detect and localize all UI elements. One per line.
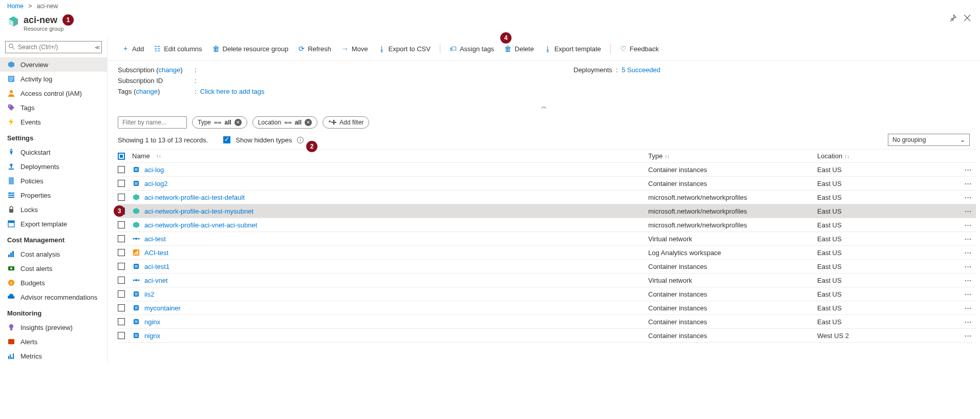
table-row[interactable]: mycontainerContainer instancesEast US···: [118, 301, 976, 315]
table-row[interactable]: nginxContainer instancesEast US···: [118, 315, 976, 329]
row-context-menu-button[interactable]: ···: [961, 263, 976, 270]
table-row[interactable]: ACI-testLog Analytics workspaceEast US··…: [118, 246, 976, 260]
export-csv-button[interactable]: ⭳Export to CSV: [374, 43, 435, 55]
sidebar-item-events[interactable]: Events: [0, 115, 107, 129]
table-row[interactable]: aci-vnetVirtual networkEast US···: [118, 274, 976, 287]
column-header-name[interactable]: Name: [132, 152, 150, 160]
table-row[interactable]: aci-network-profile-aci-vnet-aci-subnetm…: [118, 218, 976, 232]
sidebar-search[interactable]: ≪: [5, 41, 102, 53]
row-context-menu-button[interactable]: ···: [961, 304, 976, 312]
name-filter-input[interactable]: [118, 116, 187, 129]
sidebar-item-cost-alerts[interactable]: Cost alerts: [0, 261, 107, 276]
sidebar-item-locks[interactable]: Locks: [0, 202, 107, 217]
resource-link[interactable]: aci-network-profile-aci-test-mysubnet: [144, 207, 253, 215]
row-context-menu-button[interactable]: ···: [961, 290, 976, 298]
column-header-location[interactable]: Location: [817, 152, 842, 160]
assign-tags-button[interactable]: 🏷Assign tags: [445, 43, 498, 55]
close-icon[interactable]: [964, 14, 971, 24]
column-header-type[interactable]: Type: [648, 152, 663, 160]
sidebar-item-alerts[interactable]: Alerts: [0, 334, 107, 349]
resource-link[interactable]: ACI-test: [144, 249, 168, 257]
sidebar-search-input[interactable]: [18, 44, 95, 51]
resource-link[interactable]: aci-log2: [144, 180, 168, 187]
type-filter-clear-icon[interactable]: ✕: [235, 119, 242, 126]
table-row[interactable]: aci-testVirtual networkEast US···: [118, 232, 976, 246]
row-checkbox[interactable]: [118, 318, 125, 325]
row-context-menu-button[interactable]: ···: [961, 249, 976, 257]
sidebar-item-policies[interactable]: Policies: [0, 174, 107, 188]
row-context-menu-button[interactable]: ···: [961, 332, 976, 340]
sidebar-item-metrics[interactable]: Metrics: [0, 349, 107, 363]
sidebar-item-budgets[interactable]: $Budgets: [0, 276, 107, 290]
sidebar-item-overview[interactable]: Overview: [0, 57, 107, 72]
sidebar-item-quickstart[interactable]: Quickstart: [0, 145, 107, 159]
sidebar-item-deployments[interactable]: Deployments: [0, 159, 107, 174]
resource-link[interactable]: aci-vnet: [144, 277, 168, 284]
edit-columns-button[interactable]: ☷Edit columns: [150, 43, 206, 55]
location-filter-clear-icon[interactable]: ✕: [305, 119, 312, 126]
row-checkbox[interactable]: [118, 249, 125, 256]
location-filter-pill[interactable]: Location == all ✕: [252, 116, 317, 129]
type-filter-pill[interactable]: Type == all ✕: [192, 116, 247, 129]
sidebar-item-properties[interactable]: Properties: [0, 188, 107, 202]
select-all-checkbox[interactable]: [118, 153, 125, 160]
add-tags-link[interactable]: Click here to add tags: [200, 88, 265, 95]
row-checkbox[interactable]: [118, 290, 125, 298]
grouping-select[interactable]: No grouping ⌄: [888, 134, 970, 146]
row-checkbox[interactable]: [118, 180, 125, 187]
refresh-button[interactable]: ⟳Refresh: [294, 43, 335, 55]
tags-change-link[interactable]: change: [136, 88, 158, 95]
sidebar-item-activity-log[interactable]: Activity log: [0, 72, 107, 86]
resource-link[interactable]: mycontainer: [144, 304, 181, 312]
row-context-menu-button[interactable]: ···: [961, 180, 976, 187]
resource-link[interactable]: iis2: [144, 290, 155, 298]
sidebar-item-tags[interactable]: Tags: [0, 100, 107, 115]
resource-link[interactable]: aci-network-profile-aci-vnet-aci-subnet: [144, 221, 257, 229]
resource-link[interactable]: nginx: [144, 318, 160, 326]
resource-link[interactable]: nignx: [144, 332, 160, 340]
info-icon[interactable]: i: [297, 137, 304, 143]
sidebar-item-export-template[interactable]: Export template: [0, 217, 107, 231]
add-filter-button[interactable]: ⁺✢ Add filter: [323, 116, 369, 129]
sidebar-item-advisor-recommendations[interactable]: Advisor recommendations: [0, 290, 107, 304]
table-row[interactable]: aci-test1Container instancesEast US···: [118, 260, 976, 274]
collapse-essentials-button[interactable]: ︽: [108, 101, 980, 111]
row-context-menu-button[interactable]: ···: [961, 166, 976, 174]
move-button[interactable]: →Move: [337, 43, 372, 55]
deployments-link[interactable]: 5 Succeeded: [622, 66, 661, 74]
delete-button[interactable]: 🗑Delete 4: [500, 43, 538, 55]
resource-link[interactable]: aci-log: [144, 166, 164, 174]
sidebar-item-insights-preview-[interactable]: Insights (preview): [0, 320, 107, 334]
table-row[interactable]: nignxContainer instancesWest US 2···: [118, 329, 976, 343]
row-checkbox[interactable]: [118, 277, 125, 284]
subscription-change-link[interactable]: change: [159, 66, 181, 74]
table-row[interactable]: aci-logContainer instancesEast US···: [118, 163, 976, 177]
delete-rg-button[interactable]: 🗑Delete resource group: [208, 43, 293, 55]
row-context-menu-button[interactable]: ···: [961, 235, 976, 243]
resource-link[interactable]: aci-test: [144, 235, 166, 243]
resource-link[interactable]: aci-network-profile-aci-test-default: [144, 194, 245, 201]
row-checkbox[interactable]: [118, 263, 125, 270]
row-checkbox[interactable]: [118, 332, 125, 339]
pin-icon[interactable]: [949, 14, 956, 24]
table-row[interactable]: aci-log2Container instancesEast US···: [118, 177, 976, 191]
add-button[interactable]: ＋Add: [118, 42, 148, 55]
show-hidden-checkbox[interactable]: [223, 136, 230, 143]
row-checkbox[interactable]: [118, 194, 125, 201]
row-checkbox[interactable]: [118, 235, 125, 242]
resource-link[interactable]: aci-test1: [144, 263, 169, 270]
breadcrumb-home[interactable]: Home: [7, 3, 24, 10]
feedback-button[interactable]: ♡Feedback: [616, 43, 663, 55]
row-context-menu-button[interactable]: ···: [961, 318, 976, 326]
search-expand-icon[interactable]: ≪: [95, 45, 100, 50]
sidebar-item-cost-analysis[interactable]: Cost analysis: [0, 247, 107, 261]
sidebar-item-access-control-iam-[interactable]: Access control (IAM): [0, 86, 107, 100]
row-context-menu-button[interactable]: ···: [961, 221, 976, 229]
table-row[interactable]: iis2Container instancesEast US···: [118, 287, 976, 301]
row-checkbox[interactable]: [118, 304, 125, 311]
table-row[interactable]: aci-network-profile-aci-test-mysubnetmic…: [118, 204, 976, 218]
table-row[interactable]: aci-network-profile-aci-test-defaultmicr…: [118, 191, 976, 204]
row-checkbox[interactable]: [118, 166, 125, 173]
export-template-button[interactable]: ⭳Export template: [540, 43, 605, 55]
row-context-menu-button[interactable]: ···: [961, 194, 976, 201]
